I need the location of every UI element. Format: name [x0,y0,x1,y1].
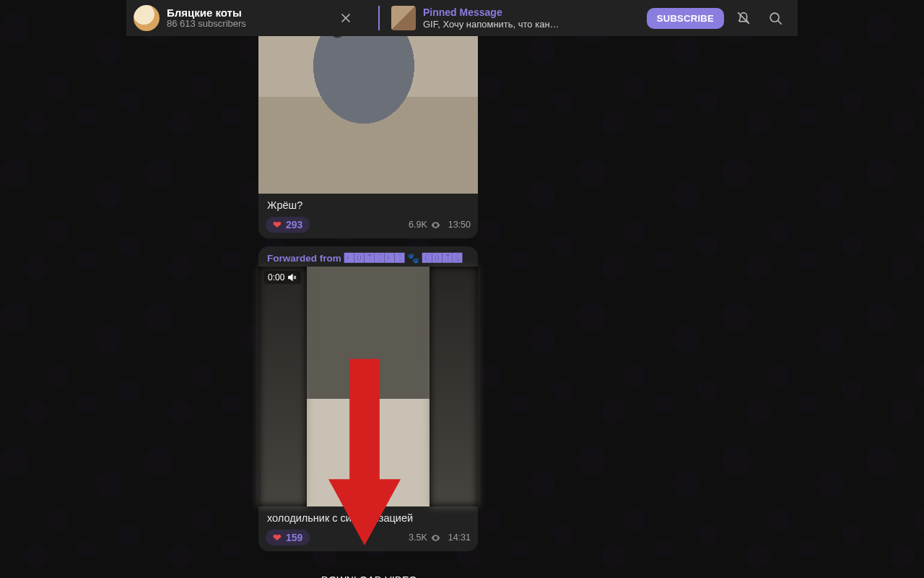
reaction-count: 293 [286,219,302,230]
chat-column: Бляцкие коты 86 613 subscribers Pinned M… [126,0,798,578]
video-frame [307,267,430,506]
heart-icon: ❤ [273,219,282,230]
reaction-button[interactable]: ❤ 293 [266,217,310,233]
message-photo-image[interactable] [258,36,478,194]
channel-subscribers: 86 613 subscribers [167,19,246,30]
search-button[interactable] [763,6,788,30]
pinned-indicator-bar [378,6,380,30]
mute-button[interactable] [731,6,756,30]
video-player[interactable]: 0:00 [258,267,478,506]
subscribe-button[interactable]: SUBSCRIBE [647,8,724,29]
message-meta: ❤ 159 3.5K 14:31 [258,527,478,551]
message-caption: холодильник с сигнализацией [258,506,478,527]
heart-icon: ❤ [273,532,282,543]
channel-name: Бляцкие коты [167,7,246,19]
close-icon [339,11,353,25]
message-video[interactable]: Forwarded from 🅺🅾🆃🅸🅺🅸 🐾 🅲🅰🆃🆂 0:00 холоди… [258,246,478,551]
eye-icon [430,220,441,230]
annotation-label: DOWNLOAD VIDEO [321,574,417,578]
message-caption: Жрёш? [258,194,478,214]
channel-title-block[interactable]: Бляцкие коты 86 613 subscribers [167,7,246,30]
message-time: 13:50 [448,220,471,230]
message-time: 14:31 [448,532,471,543]
view-count: 6.9K [409,220,441,230]
svg-point-0 [770,13,779,22]
channel-avatar[interactable] [134,5,160,31]
chat-header: Бляцкие коты 86 613 subscribers Pinned M… [126,0,798,36]
reaction-count: 159 [286,532,302,543]
close-button[interactable] [334,6,358,30]
eye-icon [430,532,441,543]
search-icon [767,10,783,26]
pinned-text[interactable]: Pinned Message GIF, Хочу напомнить, что … [423,7,559,30]
volume-muted-icon [287,272,297,282]
forwarded-source: 🅺🅾🆃🅸🅺🅸 🐾 🅲🅰🆃🆂 [344,253,463,264]
reaction-button[interactable]: ❤ 159 [266,530,310,545]
messages-area[interactable]: Жрёш? ❤ 293 6.9K 13:50 Forwarded from [126,36,798,578]
pinned-label: Pinned Message [423,7,559,19]
pinned-preview: GIF, Хочу напомнить, что кан… [423,19,559,30]
video-timestamp: 0:00 [264,271,301,284]
bell-off-icon [736,10,751,26]
message-meta: ❤ 293 6.9K 13:50 [258,214,478,238]
view-count: 3.5K [409,532,441,543]
pinned-thumbnail[interactable] [391,6,416,30]
message-photo[interactable]: Жрёш? ❤ 293 6.9K 13:50 [258,36,478,238]
forwarded-header[interactable]: Forwarded from 🅺🅾🆃🅸🅺🅸 🐾 🅲🅰🆃🆂 [258,246,478,267]
